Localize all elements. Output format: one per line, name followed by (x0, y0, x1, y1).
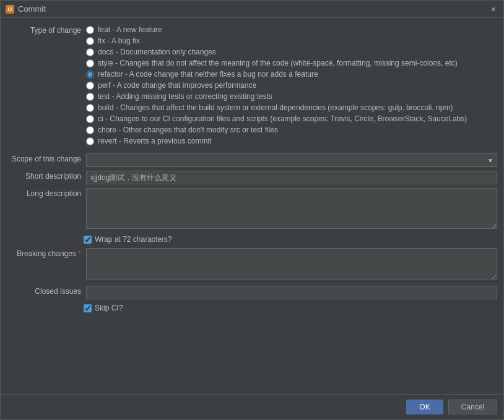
radio-perf-label: perf - A code change that improves perfo… (98, 81, 256, 90)
radio-group: feat - A new feature fix - A bug fix doc… (86, 25, 497, 146)
short-desc-label: Short description (7, 171, 81, 181)
wrap-row: Wrap at 72 characters? (1, 233, 503, 246)
wrap-label: Wrap at 72 characters? (95, 235, 172, 244)
skip-ci-checkbox-item[interactable]: Skip CI? (84, 304, 123, 312)
radio-ci[interactable]: ci - Changes to our CI configuration fil… (86, 114, 497, 124)
radio-perf[interactable]: perf - A code change that improves perfo… (86, 80, 497, 90)
radio-test-input[interactable] (86, 93, 94, 101)
radio-feat[interactable]: feat - A new feature (86, 25, 497, 35)
radio-style[interactable]: style - Changes that do not affect the m… (86, 58, 497, 68)
title-bar: U Commit × (1, 1, 503, 18)
radio-chore-label: chore - Other changes that don't modify … (98, 126, 278, 134)
scope-content: ▼ (86, 153, 497, 167)
radio-build-input[interactable] (86, 104, 94, 112)
closed-issues-input[interactable] (86, 286, 497, 299)
radio-ci-input[interactable] (86, 115, 94, 123)
title-bar-left: U Commit (6, 4, 46, 14)
radio-feat-label: feat - A new feature (98, 25, 162, 34)
radio-revert-input[interactable] (86, 137, 94, 145)
radio-test[interactable]: test - Adding missing tests or correctin… (86, 92, 497, 101)
radio-refactor-input[interactable] (86, 71, 94, 79)
short-desc-input[interactable] (86, 171, 497, 184)
breaking-changes-label: Breaking changes (7, 248, 81, 258)
close-button[interactable]: × (489, 5, 498, 14)
skip-ci-row: Skip CI? (1, 301, 503, 315)
commit-dialog: U Commit × Type of change feat - A new f… (0, 0, 504, 420)
scope-label: Scope of this change (7, 153, 81, 163)
scope-dropdown[interactable] (86, 153, 497, 167)
radio-perf-input[interactable] (86, 82, 94, 90)
closed-issues-row: Closed issues (1, 284, 503, 301)
cancel-button[interactable]: Cancel (448, 400, 497, 414)
radio-chore-input[interactable] (86, 126, 94, 134)
wrap-checkbox-item[interactable]: Wrap at 72 characters? (84, 235, 172, 244)
radio-fix-input[interactable] (86, 37, 94, 45)
type-of-change-options: feat - A new feature fix - A bug fix doc… (86, 25, 497, 146)
radio-refactor-label: refactor - A code change that neither fi… (98, 70, 318, 79)
radio-test-label: test - Adding missing tests or correctin… (98, 92, 272, 101)
long-desc-label: Long description (7, 188, 81, 198)
short-desc-content (86, 171, 497, 184)
breaking-changes-row: Breaking changes (1, 246, 503, 284)
radio-fix[interactable]: fix - A bug fix (86, 36, 497, 46)
closed-issues-label: Closed issues (7, 286, 81, 296)
long-desc-content (86, 188, 497, 231)
dialog-title: Commit (18, 4, 46, 14)
type-of-change-row: Type of change feat - A new feature fix … (1, 23, 503, 148)
long-desc-row: Long description (1, 186, 503, 233)
radio-refactor[interactable]: refactor - A code change that neither fi… (86, 69, 497, 79)
dialog-content: Type of change feat - A new feature fix … (1, 18, 503, 394)
radio-build-label: build - Changes that affect the build sy… (98, 103, 453, 112)
radio-revert-label: revert - Reverts a previous commit (98, 137, 211, 145)
long-desc-textarea[interactable] (86, 188, 497, 229)
app-icon-letter: U (8, 6, 12, 12)
skip-ci-checkbox[interactable] (84, 304, 92, 312)
radio-chore[interactable]: chore - Other changes that don't modify … (86, 125, 497, 135)
radio-docs[interactable]: docs - Documentation only changes (86, 47, 497, 57)
radio-feat-input[interactable] (86, 26, 94, 34)
radio-fix-label: fix - A bug fix (98, 36, 140, 45)
radio-revert[interactable]: revert - Reverts a previous commit (86, 136, 497, 146)
wrap-checkbox[interactable] (84, 236, 92, 244)
radio-style-label: style - Changes that do not affect the m… (98, 59, 458, 67)
ok-button[interactable]: OK (406, 400, 443, 414)
dialog-footer: OK Cancel (1, 394, 503, 419)
radio-docs-label: docs - Documentation only changes (98, 48, 216, 56)
radio-ci-label: ci - Changes to our CI configuration fil… (98, 114, 467, 123)
short-desc-row: Short description (1, 169, 503, 186)
type-of-change-label: Type of change (7, 25, 81, 35)
scope-row: Scope of this change ▼ (1, 152, 503, 169)
closed-issues-content (86, 286, 497, 299)
radio-build[interactable]: build - Changes that affect the build sy… (86, 103, 497, 113)
skip-ci-label: Skip CI? (95, 304, 123, 312)
radio-docs-input[interactable] (86, 48, 94, 56)
breaking-changes-content (86, 248, 497, 282)
app-icon: U (6, 5, 14, 14)
radio-style-input[interactable] (86, 59, 94, 67)
breaking-changes-textarea[interactable] (86, 248, 497, 280)
